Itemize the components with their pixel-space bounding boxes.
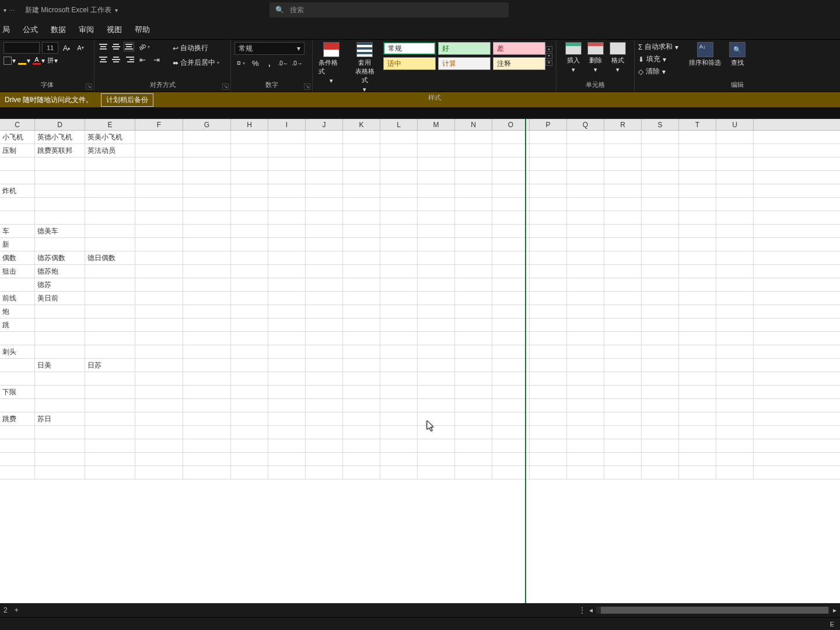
cell[interactable] <box>268 439 306 452</box>
cell[interactable] <box>567 265 604 278</box>
cell[interactable] <box>85 158 135 170</box>
cell[interactable] <box>343 184 380 197</box>
currency-button[interactable]: ¤▾ <box>235 58 247 68</box>
cell[interactable] <box>567 318 604 331</box>
col-header-C[interactable]: C <box>0 119 35 130</box>
cell[interactable] <box>642 225 679 237</box>
tab-layout[interactable]: 局 <box>2 24 10 35</box>
cell[interactable] <box>35 211 85 224</box>
cell[interactable] <box>135 332 183 345</box>
cell[interactable] <box>530 305 567 318</box>
cell[interactable] <box>604 184 642 197</box>
cell[interactable] <box>135 412 183 425</box>
cell[interactable] <box>567 225 604 237</box>
cell[interactable] <box>492 412 530 425</box>
cell[interactable] <box>231 332 268 345</box>
increase-decimal-icon[interactable]: .0← <box>278 57 289 69</box>
cell[interactable] <box>380 332 418 345</box>
cell[interactable] <box>135 318 183 331</box>
cell[interactable] <box>85 453 135 466</box>
cell[interactable] <box>343 131 380 144</box>
cell[interactable] <box>231 292 268 304</box>
cell[interactable] <box>231 399 268 412</box>
cell[interactable] <box>455 372 492 385</box>
qat-dropdown-icon[interactable]: ▾ <box>4 7 6 13</box>
clear-button[interactable]: ◇清除▾ <box>638 66 678 76</box>
cell[interactable] <box>679 426 716 439</box>
cell[interactable]: 德苏 <box>35 278 85 291</box>
cell[interactable] <box>231 426 268 439</box>
cell[interactable] <box>418 372 455 385</box>
cell[interactable] <box>418 238 455 251</box>
cell[interactable] <box>343 466 380 479</box>
col-header-F[interactable]: F <box>135 119 183 130</box>
cell[interactable] <box>604 131 642 144</box>
cell[interactable] <box>418 439 455 452</box>
cell[interactable] <box>183 198 231 211</box>
cell[interactable] <box>268 131 306 144</box>
horizontal-scrollbar[interactable] <box>596 607 830 614</box>
cell[interactable] <box>231 466 268 479</box>
cell[interactable] <box>492 225 530 237</box>
col-header-R[interactable]: R <box>604 119 642 130</box>
cell[interactable]: 日美 <box>35 359 85 372</box>
cell[interactable] <box>567 372 604 385</box>
cell[interactable] <box>530 238 567 251</box>
cell[interactable] <box>183 386 231 398</box>
table-row[interactable]: 车德美车 <box>0 225 840 238</box>
align-top-icon[interactable] <box>98 42 108 51</box>
cell[interactable] <box>567 278 604 291</box>
cell[interactable]: 炸机 <box>0 184 35 197</box>
fill-button[interactable]: ⬇填充▾ <box>638 54 678 64</box>
cell[interactable] <box>268 318 306 331</box>
sheet-tab-active[interactable]: 2 <box>4 606 8 614</box>
cell[interactable] <box>343 211 380 224</box>
cell[interactable] <box>85 412 135 425</box>
cell[interactable] <box>231 318 268 331</box>
table-row[interactable] <box>0 426 840 439</box>
cell[interactable]: 跳 <box>0 318 35 331</box>
cell[interactable]: 德苏炮 <box>35 265 85 278</box>
style-calc[interactable]: 计算 <box>438 57 491 70</box>
scroll-right-icon[interactable]: ▸ <box>833 606 836 614</box>
cell[interactable] <box>135 305 183 318</box>
cell[interactable] <box>183 211 231 224</box>
cell[interactable] <box>418 305 455 318</box>
cell[interactable] <box>380 144 418 157</box>
cell[interactable] <box>679 198 716 211</box>
cell[interactable] <box>35 184 85 197</box>
cell[interactable] <box>716 184 754 197</box>
cell[interactable] <box>567 345 604 358</box>
cell[interactable] <box>306 265 343 278</box>
cell[interactable] <box>679 372 716 385</box>
cell[interactable] <box>183 144 231 157</box>
cell[interactable] <box>380 225 418 237</box>
cell[interactable] <box>567 171 604 184</box>
cell[interactable]: 德日偶数 <box>85 251 135 264</box>
cell[interactable] <box>183 359 231 372</box>
decrease-indent-icon[interactable]: ⇤ <box>136 54 148 65</box>
cell[interactable] <box>85 345 135 358</box>
table-row[interactable]: 跳 <box>0 318 840 332</box>
tab-view[interactable]: 视图 <box>107 24 122 35</box>
cell[interactable] <box>530 171 567 184</box>
cell[interactable] <box>343 332 380 345</box>
cell[interactable] <box>530 453 567 466</box>
table-row[interactable] <box>0 372 840 386</box>
cell[interactable] <box>135 386 183 398</box>
cell[interactable] <box>530 426 567 439</box>
cell[interactable] <box>716 332 754 345</box>
increase-font-icon[interactable]: A▴ <box>61 42 72 54</box>
cell[interactable] <box>268 171 306 184</box>
cell[interactable] <box>716 251 754 264</box>
cell[interactable] <box>716 318 754 331</box>
cell[interactable] <box>604 211 642 224</box>
sort-filter-button[interactable]: A↓排序和筛选 <box>687 42 723 67</box>
cell[interactable] <box>306 278 343 291</box>
cell[interactable] <box>231 131 268 144</box>
cell[interactable] <box>716 225 754 237</box>
cell[interactable] <box>135 372 183 385</box>
table-row[interactable]: 跳费苏日 <box>0 412 840 426</box>
column-headers[interactable]: CDEFGHIJKLMNOPQRSTU <box>0 119 840 131</box>
cell[interactable] <box>306 251 343 264</box>
